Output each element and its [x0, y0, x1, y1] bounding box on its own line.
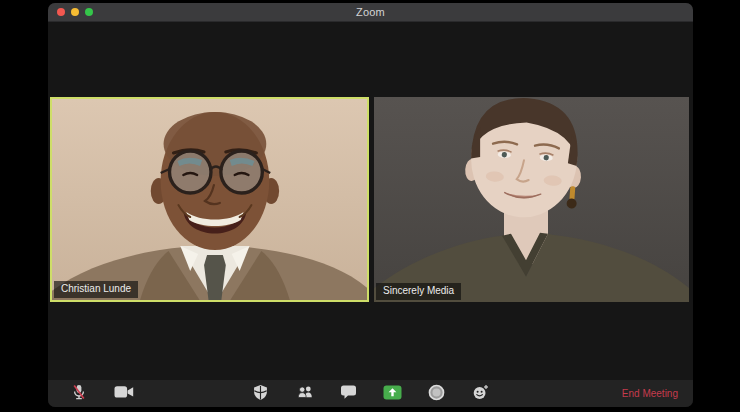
- video-feed-christian-lunde: [52, 99, 367, 300]
- titlebar: Zoom: [48, 3, 693, 22]
- reactions-smiley-icon: [472, 384, 489, 403]
- close-button[interactable]: [57, 8, 65, 16]
- participant-name-label: Sincerely Media: [376, 283, 461, 300]
- video-grid: Christian Lunde: [50, 97, 689, 302]
- participants-icon: [296, 384, 314, 403]
- desktop-background: Zoom: [0, 0, 740, 412]
- chat-button[interactable]: [327, 380, 371, 407]
- video-tile-christian-lunde[interactable]: Christian Lunde: [50, 97, 369, 302]
- muted-mic-icon: [70, 383, 88, 404]
- mute-button[interactable]: [56, 380, 101, 407]
- fullscreen-button[interactable]: [85, 8, 93, 16]
- toolbar-center-group: [239, 380, 503, 407]
- toolbar-left-group: [48, 380, 146, 407]
- participants-button[interactable]: [283, 380, 327, 407]
- chat-bubble-icon: [340, 384, 357, 403]
- meeting-toolbar: End Meeting: [48, 380, 693, 407]
- record-circle-icon: [428, 384, 445, 404]
- share-screen-button[interactable]: [371, 380, 415, 407]
- share-screen-icon: [383, 385, 402, 403]
- meeting-content: Christian Lunde: [48, 22, 693, 380]
- window-title: Zoom: [356, 6, 385, 18]
- end-meeting-button[interactable]: End Meeting: [622, 380, 678, 407]
- video-feed-sincerely-media: [374, 97, 689, 302]
- participant-name-label: Christian Lunde: [54, 281, 138, 298]
- stop-video-button[interactable]: [101, 380, 146, 407]
- zoom-window: Zoom: [48, 3, 693, 407]
- security-button[interactable]: [239, 380, 283, 407]
- traffic-lights: [57, 3, 93, 21]
- minimize-button[interactable]: [71, 8, 79, 16]
- video-camera-icon: [114, 385, 134, 402]
- record-button[interactable]: [415, 380, 459, 407]
- video-tile-sincerely-media[interactable]: Sincerely Media: [374, 97, 689, 302]
- reactions-button[interactable]: [459, 380, 503, 407]
- security-shield-icon: [252, 384, 269, 404]
